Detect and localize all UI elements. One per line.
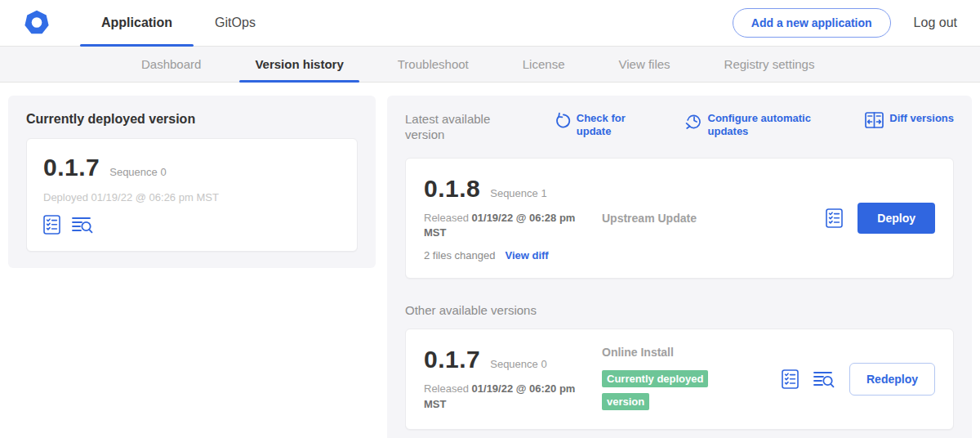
deployed-version-number: 0.1.7 (43, 154, 100, 181)
diff-columns-icon (865, 112, 884, 128)
app-logo[interactable] (23, 0, 51, 46)
other-available-versions-title: Other available versions (405, 303, 954, 317)
currently-deployed-panel: Currently deployed version 0.1.7 Sequenc… (8, 96, 376, 268)
configure-automatic-updates-link[interactable]: Configure automatic updates (685, 112, 822, 137)
latest-version-number: 0.1.8 (424, 175, 480, 203)
add-new-application-button[interactable]: Add a new application (733, 8, 891, 38)
diff-versions-link[interactable]: Diff versions (865, 112, 954, 128)
latest-released-text: Released 01/19/22 @ 06:28 pm MST (424, 211, 591, 242)
subnav-item-registry-settings[interactable]: Registry settings (697, 47, 842, 82)
app-subnav: Dashboard Version history Troubleshoot L… (0, 47, 980, 83)
currently-deployed-badge: Currently deployed version (602, 370, 708, 410)
deploy-logs-icon[interactable] (72, 216, 93, 235)
top-tabs: Application GitOps (80, 0, 277, 46)
currently-deployed-title: Currently deployed version (26, 112, 358, 127)
main-content: Currently deployed version 0.1.7 Sequenc… (0, 83, 980, 438)
latest-available-title: Latest available version (405, 112, 511, 143)
other-released-text: Released 01/19/22 @ 06:20 pm MST (424, 382, 591, 413)
preflight-checklist-icon[interactable] (43, 215, 60, 235)
latest-source-label: Upstream Update (602, 212, 826, 225)
preflight-checklist-icon[interactable] (782, 369, 799, 389)
redeploy-button[interactable]: Redeploy (849, 363, 935, 396)
available-versions-panel: Latest available version Check for updat… (387, 96, 972, 438)
other-sequence-label: Sequence 0 (490, 358, 546, 370)
preflight-checklist-icon[interactable] (826, 208, 843, 228)
subnav-item-license[interactable]: License (496, 47, 592, 82)
refresh-icon (555, 112, 571, 129)
other-source-label: Online Install (602, 346, 782, 359)
other-version-card: 0.1.7 Sequence 0 Released 01/19/22 @ 06:… (405, 328, 954, 430)
tab-gitops[interactable]: GitOps (194, 0, 277, 46)
latest-sequence-label: Sequence 1 (490, 187, 546, 199)
logout-button[interactable]: Log out (914, 16, 957, 30)
available-header: Latest available version Check for updat… (405, 112, 954, 143)
deployed-date-text: Deployed 01/19/22 @ 06:26 pm MST (43, 191, 341, 203)
deploy-logs-icon[interactable] (813, 370, 835, 389)
other-version-number: 0.1.7 (424, 346, 480, 373)
view-diff-link[interactable]: View diff (505, 249, 548, 261)
header-right: Add a new application Log out (733, 0, 957, 46)
subnav-item-troubleshoot[interactable]: Troubleshoot (371, 47, 496, 82)
files-changed-text: 2 files changed (424, 249, 495, 261)
subnav-item-dashboard[interactable]: Dashboard (114, 47, 228, 82)
tab-application[interactable]: Application (80, 0, 194, 46)
subnav-item-version-history[interactable]: Version history (228, 47, 370, 82)
deploy-button[interactable]: Deploy (858, 203, 935, 234)
check-for-update-link[interactable]: Check for update (555, 112, 642, 137)
kots-logo-icon (23, 9, 51, 37)
deployed-sequence-label: Sequence 0 (109, 166, 166, 178)
latest-version-card: 0.1.8 Sequence 1 Released 01/19/22 @ 06:… (405, 158, 954, 279)
scheduled-refresh-icon (685, 112, 702, 129)
deployed-version-card: 0.1.7 Sequence 0 Deployed 01/19/22 @ 06:… (26, 138, 358, 252)
subnav-item-view-files[interactable]: View files (591, 47, 697, 82)
top-header: Application GitOps Add a new application… (0, 0, 980, 47)
